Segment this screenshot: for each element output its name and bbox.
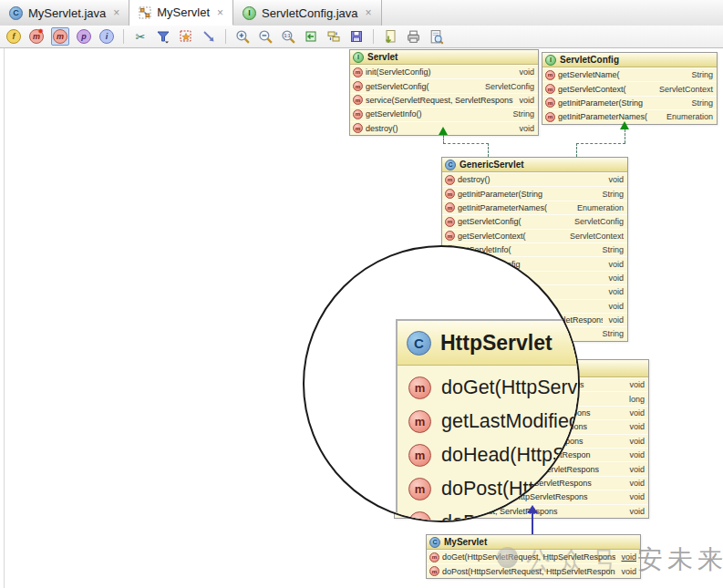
drag-mode-button[interactable] [201, 28, 217, 45]
method-return-type: void [624, 408, 645, 418]
show-methods-button[interactable]: m [51, 27, 69, 46]
close-icon[interactable]: × [217, 6, 223, 19]
method-row: mservice(ServletRequest, ServletResponsv… [350, 93, 538, 107]
class-node-servlet[interactable]: IServletminit(ServletConfig)voidmgetServ… [349, 49, 539, 136]
class-header: CHttpServlet [398, 321, 580, 366]
method-return-type: long [624, 395, 645, 404]
interface-icon: I [243, 6, 256, 20]
method-row: minit(ServletConfig)void [350, 65, 538, 78]
class-icon: C [407, 331, 431, 356]
export-button[interactable] [382, 28, 398, 45]
method-signature: destroy() [458, 175, 491, 184]
method-signature: getInitParameter(String [558, 98, 643, 108]
fit-content-icon [304, 29, 318, 44]
method-return-type: String [596, 245, 624, 254]
show-fields-button[interactable]: f [5, 28, 22, 45]
magnifier-circle: CHttpServletmdoGet(HttpServletRequest, H… [303, 245, 580, 522]
method-list: mgetServletName(StringmgetServletContext… [542, 67, 717, 124]
method-list: minit(ServletConfig)voidmgetServletConfi… [350, 65, 538, 135]
method-return-type: void [615, 552, 636, 562]
method-icon: m [353, 123, 363, 133]
preview-icon [429, 29, 444, 45]
method-row: mdoGet(HttpServletRequest, HttpServletRe… [427, 550, 640, 563]
print-button[interactable] [405, 28, 421, 45]
toolbar-separator [373, 29, 374, 44]
actual-size-button[interactable]: 1:1 [280, 28, 296, 45]
zoom-out-button[interactable] [257, 28, 274, 45]
method-return-type: void [513, 67, 534, 77]
show-constructors-button[interactable]: m ✹ [28, 28, 45, 45]
class-name: ServletConfig [560, 55, 619, 65]
method-icon: m [408, 478, 431, 500]
export-file-icon [383, 29, 398, 44]
method-return-type: ServletConfig [480, 82, 534, 91]
close-icon[interactable]: × [366, 6, 372, 19]
tab-label: MyServlet.java [28, 6, 106, 20]
method-return-type: void [624, 479, 645, 488]
method-signature: destroy() [366, 124, 398, 133]
method-signature: getInitParameterNames( [558, 112, 647, 121]
method-signature: getInitParameterNames( [458, 203, 547, 212]
method-icon: m [445, 217, 455, 227]
method-icon: m [53, 29, 67, 44]
method-signature: getServletName( [558, 70, 620, 79]
method-return-type: void [513, 124, 534, 133]
zoom-in-button[interactable] [234, 28, 251, 45]
tab-myservlet-java[interactable]: C MyServlet.java × [0, 0, 129, 26]
uml-diagram-canvas[interactable]: IServletminit(ServletConfig)voidmgetServ… [0, 0, 723, 588]
method-return-type: String [686, 98, 713, 108]
tab-myservlet-diagram[interactable]: MyServlet × [129, 0, 233, 26]
method-row: mgetInitParameter(StringString [442, 186, 627, 200]
method-signature: getLastModified(HttpServletRequest [441, 410, 580, 433]
method-return-type: String [596, 190, 624, 199]
method-row: mdoGet(HttpServletRequest, HttpServletRe… [398, 371, 580, 405]
ide-window: C MyServlet.java × MyServlet × I Servlet… [0, 0, 723, 588]
method-return-type: Enumeration [661, 112, 713, 121]
method-signature: getServletContext( [458, 232, 526, 241]
method-signature: getServletContext( [558, 85, 626, 94]
uml-diagram-icon [139, 6, 151, 19]
editor-tab-bar: C MyServlet.java × MyServlet × I Servlet… [0, 0, 723, 26]
method-icon: m [353, 81, 363, 91]
fit-content-button[interactable] [303, 28, 319, 45]
method-row: mgetServletConfig(ServletConfig [350, 78, 538, 92]
method-signature: init(ServletConfig) [366, 67, 431, 77]
class-name: Servlet [367, 52, 398, 62]
class-node-myservlet[interactable]: CMyServletmdoGet(HttpServletRequest, Htt… [426, 534, 641, 579]
field-icon: f [6, 29, 21, 44]
preview-button[interactable] [428, 28, 444, 45]
realization-edge [576, 143, 625, 144]
interface-icon: I [353, 52, 364, 63]
class-node-servletconfig[interactable]: IServletConfigmgetServletName(Stringmget… [542, 52, 718, 125]
method-return-type: void [624, 450, 645, 459]
method-row: mgetInitParameterNames(Enumeration [542, 109, 717, 123]
method-row: mdestroy()void [442, 172, 627, 186]
method-icon: m [353, 109, 363, 119]
edge-creation-button[interactable]: ✂ [132, 28, 149, 45]
show-inner-classes-button[interactable]: i [98, 28, 115, 45]
method-row: mgetInitParameter(StringString [542, 96, 717, 109]
method-return-type: void [624, 437, 645, 446]
class-header: IServlet [350, 50, 538, 65]
toolbar-separator [225, 29, 226, 44]
apply-layout-button[interactable] [325, 28, 342, 45]
method-icon: m [545, 98, 555, 108]
method-row: mgetServletInfo()String [350, 107, 538, 120]
method-return-type: void [615, 567, 636, 576]
method-row: mgetInitParameterNames(Enumeration [442, 201, 627, 214]
save-button[interactable] [348, 28, 365, 45]
zoom-in-icon [235, 29, 251, 45]
method-row: mgetServletConfig(ServletConfig [442, 214, 627, 228]
class-name: MyServlet [444, 537, 487, 547]
tab-servletconfig-java[interactable]: I ServletConfig.java × [233, 0, 382, 26]
method-return-type: void [513, 96, 534, 105]
show-properties-button[interactable]: p [76, 28, 92, 45]
method-return-type: String [596, 329, 624, 338]
filter-button[interactable] [155, 28, 171, 45]
method-row: mgetServletName(String [542, 67, 717, 81]
zoom-to-selection-button[interactable] [178, 28, 194, 45]
class-icon: C [445, 160, 456, 170]
save-icon [349, 29, 364, 44]
method-signature: doPost(HttpServletRequest, HttpServletRe… [442, 567, 615, 576]
close-icon[interactable]: × [113, 6, 119, 19]
